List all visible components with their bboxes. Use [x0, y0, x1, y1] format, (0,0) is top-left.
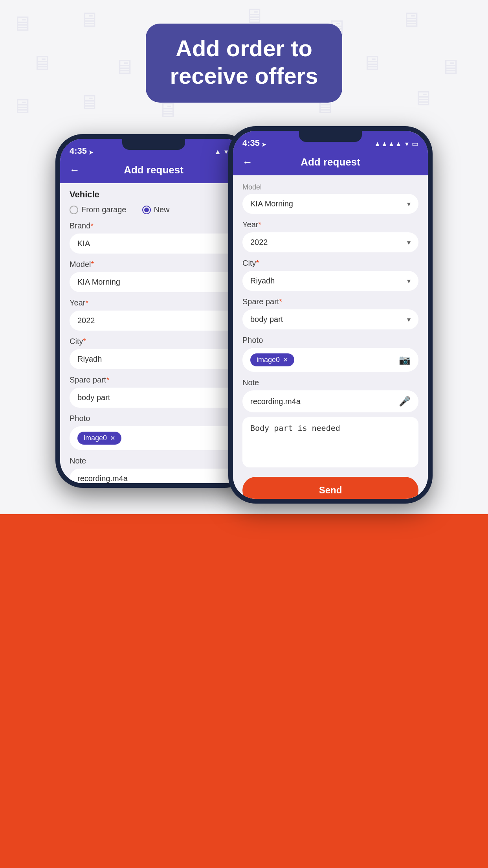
phone-front: 4:35 ➤ ▲▲▲▲ ▾ ▭ ← Add request Model: [228, 126, 433, 504]
from-garage-label: From garage: [81, 205, 127, 214]
note-textarea-front[interactable]: [242, 417, 418, 467]
header-title-back: Add request: [124, 164, 183, 176]
note-label-back: Note: [70, 456, 238, 465]
note-label-front: Note: [242, 378, 418, 387]
wifi-icon-front: ▾: [405, 140, 409, 148]
form-content-front: Model KIA Morning ▾ Year* 2022 ▾ City*: [233, 175, 428, 499]
signal-icon-front: ▲▲▲▲: [374, 140, 402, 148]
time-back: 4:35: [70, 146, 87, 156]
spare-part-label-back: Spare part*: [70, 375, 238, 384]
location-icon-back: ➤: [88, 149, 94, 156]
vehicle-type-radio: From garage New: [70, 205, 238, 214]
model-dropdown-front[interactable]: KIA Morning ▾: [242, 194, 418, 214]
remove-image-back[interactable]: ✕: [110, 434, 115, 442]
image-tag-back: image0 ✕: [77, 432, 121, 445]
city-label-front: City*: [242, 259, 418, 268]
city-chevron-front: ▾: [407, 277, 411, 285]
camera-icon-front[interactable]: 📷: [399, 355, 411, 366]
city-input-back[interactable]: Riyadh: [70, 349, 238, 369]
back-button-front[interactable]: ←: [242, 156, 253, 168]
header-title-front: Add request: [301, 156, 360, 168]
spare-part-input-back[interactable]: body part: [70, 388, 238, 408]
form-content-back: Vehicle From garage New Brand*: [60, 183, 247, 483]
app-header-back: ← Add request: [60, 159, 247, 183]
phones-container: 4:35 ➤ ▲ ▾ ▭ ← Add request Vehicle: [0, 126, 488, 504]
year-label-front: Year*: [242, 220, 418, 229]
image-tag-front: image0 ✕: [250, 353, 294, 366]
note-input-back[interactable]: recording.m4a: [70, 469, 238, 483]
back-button-back[interactable]: ←: [70, 164, 80, 176]
location-icon-front: ➤: [261, 141, 266, 148]
photo-field-front[interactable]: image0 ✕ 📷: [242, 348, 418, 372]
wifi-icon-back: ▾: [224, 147, 228, 156]
new-option[interactable]: New: [142, 205, 170, 214]
new-label: New: [154, 205, 170, 214]
spare-part-chevron-front: ▾: [407, 315, 411, 324]
hero-banner: Add order to receive offers: [146, 24, 342, 103]
from-garage-radio[interactable]: [70, 206, 78, 214]
from-garage-option[interactable]: From garage: [70, 205, 127, 214]
model-section-label: Model: [242, 183, 418, 191]
photo-field-back[interactable]: image0 ✕: [70, 426, 238, 450]
photo-label-back: Photo: [70, 414, 238, 423]
send-button[interactable]: Send: [242, 477, 418, 499]
signal-icon-back: ▲: [214, 148, 221, 156]
brand-label: Brand*: [70, 221, 238, 230]
remove-image-front[interactable]: ✕: [283, 356, 288, 364]
photo-label-front: Photo: [242, 336, 418, 345]
spare-part-label-front: Spare part*: [242, 297, 418, 306]
city-label-back: City*: [70, 337, 238, 346]
note-input-front[interactable]: recording.m4a 🎤: [242, 390, 418, 412]
vehicle-section-title: Vehicle: [70, 189, 238, 200]
city-dropdown-front[interactable]: Riyadh ▾: [242, 271, 418, 291]
year-chevron-front: ▾: [407, 238, 411, 247]
year-label-back: Year*: [70, 298, 238, 307]
time-front: 4:35: [242, 138, 260, 148]
notch-back: [122, 139, 185, 150]
hero-title: Add order to receive offers: [161, 35, 327, 89]
model-input[interactable]: KIA Morning: [70, 272, 238, 292]
status-icons-front: ▲▲▲▲ ▾ ▭: [374, 140, 418, 148]
brand-input[interactable]: KIA: [70, 234, 238, 254]
battery-icon-front: ▭: [412, 140, 418, 148]
mic-icon-front[interactable]: 🎤: [399, 396, 411, 407]
phone-back: 4:35 ➤ ▲ ▾ ▭ ← Add request Vehicle: [55, 134, 252, 488]
model-label: Model*: [70, 260, 238, 269]
spare-part-dropdown-front[interactable]: body part ▾: [242, 309, 418, 329]
year-dropdown-front[interactable]: 2022 ▾: [242, 232, 418, 252]
model-chevron-front: ▾: [407, 200, 411, 208]
notch-front: [299, 131, 362, 142]
new-radio[interactable]: [142, 206, 151, 214]
year-input-back[interactable]: 2022: [70, 311, 238, 331]
app-header-front: ← Add request: [233, 151, 428, 175]
